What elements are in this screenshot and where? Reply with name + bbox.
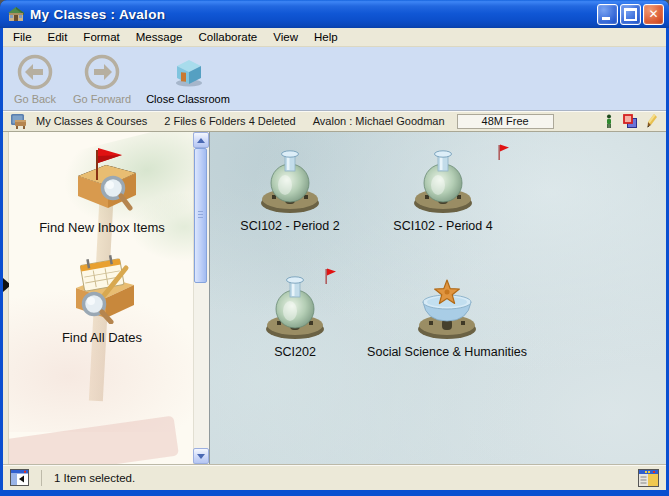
go-forward-label: Go Forward bbox=[73, 93, 131, 105]
inbox-search-icon bbox=[56, 144, 148, 214]
flask-classroom-icon bbox=[254, 146, 326, 214]
scroll-up-button[interactable] bbox=[193, 132, 209, 148]
free-space-label: 48M Free bbox=[482, 115, 529, 127]
menu-format[interactable]: Format bbox=[75, 29, 127, 45]
window-controls bbox=[597, 4, 664, 25]
class-item-label: Social Science & Humanities bbox=[347, 345, 547, 359]
statusbar-message: 1 Item selected. bbox=[54, 472, 135, 484]
chevron-down-icon bbox=[197, 454, 205, 459]
menu-bar: File Edit Format Message Collaborate Vie… bbox=[3, 28, 666, 47]
maximize-button[interactable] bbox=[620, 4, 641, 25]
classroom-desk-icon bbox=[10, 114, 29, 129]
menu-collaborate[interactable]: Collaborate bbox=[190, 29, 265, 45]
scroll-down-button[interactable] bbox=[193, 448, 209, 464]
menu-message[interactable]: Message bbox=[128, 29, 191, 45]
infobar-tools bbox=[604, 114, 658, 129]
statusbar-divider bbox=[41, 470, 42, 486]
classes-panel: SCI102 - Period 2 bbox=[209, 132, 666, 464]
flag-icon bbox=[497, 144, 510, 161]
back-arrow-icon bbox=[16, 51, 54, 93]
sidebar-item-label: Find New Inbox Items bbox=[11, 220, 193, 235]
menu-view[interactable]: View bbox=[265, 29, 306, 45]
bowl-starfish-classroom-icon bbox=[411, 272, 483, 340]
info-bar: My Classes & Courses 2 Files 6 Folders 4… bbox=[3, 111, 666, 132]
sidebar-item-label: Find All Dates bbox=[11, 330, 193, 345]
class-item-sci102-period-2[interactable]: SCI102 - Period 2 bbox=[215, 146, 365, 233]
close-classroom-button[interactable]: Close Classroom bbox=[140, 50, 236, 106]
sidebar-scrollbar[interactable] bbox=[193, 132, 209, 464]
app-schoolhouse-icon bbox=[6, 5, 26, 23]
minimize-button[interactable] bbox=[597, 4, 618, 25]
class-item-sci102-period-4[interactable]: SCI102 - Period 4 bbox=[368, 146, 518, 233]
layout-view-icon[interactable] bbox=[638, 469, 659, 487]
close-button[interactable] bbox=[643, 4, 664, 25]
content-area: Find New Inbox Items bbox=[3, 132, 666, 464]
sidebar-pane: Find New Inbox Items bbox=[9, 132, 209, 464]
chevron-up-icon bbox=[197, 138, 205, 143]
infobar-counts: 2 Files 6 Folders 4 Deleted bbox=[164, 115, 295, 127]
toggle-sidebar-icon[interactable] bbox=[10, 469, 29, 486]
free-space-meter: 48M Free bbox=[457, 114, 554, 129]
close-classroom-label: Close Classroom bbox=[146, 93, 230, 105]
class-item-social-science-humanities[interactable]: Social Science & Humanities bbox=[347, 272, 547, 359]
title-bar: My Classes : Avalon bbox=[0, 0, 669, 28]
calendar-search-icon bbox=[56, 252, 148, 324]
pencil-icon[interactable] bbox=[647, 114, 658, 129]
status-bar: 1 Item selected. bbox=[3, 464, 666, 490]
menu-file[interactable]: File bbox=[5, 29, 40, 45]
flag-icon bbox=[324, 268, 337, 285]
class-item-label: SCI102 - Period 2 bbox=[215, 219, 365, 233]
app-window: My Classes : Avalon File Edit Format Mes… bbox=[0, 0, 669, 496]
flask-classroom-icon bbox=[259, 272, 331, 340]
infobar-location: My Classes & Courses bbox=[36, 115, 147, 127]
go-back-label: Go Back bbox=[14, 93, 56, 105]
sidebar-item-find-new-inbox-items[interactable]: Find New Inbox Items bbox=[11, 144, 193, 235]
sidebar-item-find-all-dates[interactable]: Find All Dates bbox=[11, 252, 193, 345]
layers-icon[interactable] bbox=[623, 114, 638, 129]
window-title: My Classes : Avalon bbox=[30, 7, 597, 22]
scrollbar-thumb[interactable] bbox=[194, 148, 207, 283]
user-icon[interactable] bbox=[604, 114, 614, 129]
go-forward-button[interactable]: Go Forward bbox=[64, 50, 140, 106]
go-back-button[interactable]: Go Back bbox=[6, 50, 64, 106]
infobar-identity: Avalon : Michael Goodman bbox=[313, 115, 445, 127]
class-item-label: SCI102 - Period 4 bbox=[368, 219, 518, 233]
flask-classroom-icon bbox=[407, 146, 479, 214]
toolbar: Go Back Go Forward bbox=[3, 47, 666, 111]
menu-edit[interactable]: Edit bbox=[40, 29, 76, 45]
classroom-building-icon bbox=[170, 51, 206, 93]
menu-help[interactable]: Help bbox=[306, 29, 346, 45]
forward-arrow-icon bbox=[83, 51, 121, 93]
